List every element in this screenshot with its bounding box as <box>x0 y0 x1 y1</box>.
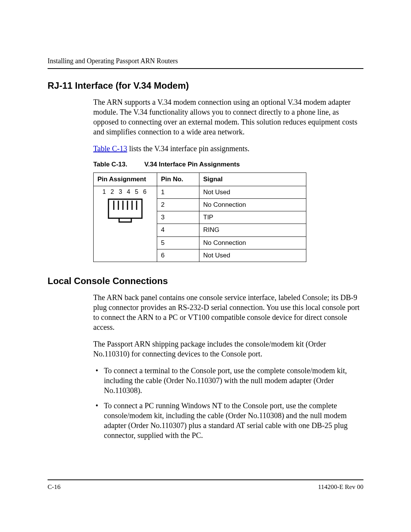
paragraph: Table C-13 lists the V.34 interface pin … <box>93 144 363 153</box>
table-caption-id: Table C-13. <box>93 161 127 168</box>
pin-assignment-table: Pin Assignment Pin No. Signal 1 2 3 4 5 … <box>93 173 306 262</box>
cell-pin-no: 4 <box>157 224 199 236</box>
pin-number-labels: 1 2 3 4 5 6 <box>97 188 153 196</box>
section-heading-local-console: Local Console Connections <box>48 276 363 286</box>
running-header: Installing and Operating Passport ARN Ro… <box>48 57 363 65</box>
list-item: To connect a terminal to the Console por… <box>93 366 363 395</box>
cell-pin-no: 3 <box>157 211 199 224</box>
section-heading-rj11: RJ-11 Interface (for V.34 Modem) <box>48 80 363 91</box>
doc-revision: 114200-E Rev 00 <box>318 483 363 491</box>
rj11-jack-icon <box>106 197 144 224</box>
paragraph: The ARN back panel contains one console … <box>93 292 363 332</box>
page-number: C-16 <box>48 483 61 491</box>
paragraph: The ARN supports a V.34 modem connection… <box>93 97 363 137</box>
cell-pin-no: 2 <box>157 199 199 211</box>
cell-pin-no: 1 <box>157 186 199 199</box>
pin-diagram-cell: 1 2 3 4 5 6 <box>94 186 157 262</box>
cell-signal: RING <box>199 224 306 236</box>
cell-signal: Not Used <box>199 186 306 199</box>
cell-signal: TIP <box>199 211 306 224</box>
list-item: To connect a PC running Windows NT to th… <box>93 401 363 440</box>
footer-rule <box>48 479 363 480</box>
cell-pin-no: 5 <box>157 236 199 249</box>
bullet-list: To connect a terminal to the Console por… <box>93 366 363 440</box>
page-footer: C-16 114200-E Rev 00 <box>48 479 363 491</box>
table-caption-title: V.34 Interface Pin Assignments <box>144 161 240 168</box>
table-row: 1 2 3 4 5 6 1 Not Used <box>94 186 306 199</box>
col-header-pin-no: Pin No. <box>157 173 199 186</box>
table-xref-link[interactable]: Table C-13 <box>93 144 127 153</box>
cell-signal: No Connection <box>199 236 306 249</box>
table-caption: Table C-13. V.34 Interface Pin Assignmen… <box>93 160 363 169</box>
table-header-row: Pin Assignment Pin No. Signal <box>94 173 306 186</box>
header-rule <box>48 68 363 69</box>
paragraph: The Passport ARN shipping package includ… <box>93 339 363 359</box>
cell-pin-no: 6 <box>157 249 199 262</box>
cell-signal: Not Used <box>199 249 306 262</box>
cell-signal: No Connection <box>199 199 306 211</box>
paragraph-text: lists the V.34 interface pin assignments… <box>127 144 249 153</box>
col-header-signal: Signal <box>199 173 306 186</box>
col-header-pin-assignment: Pin Assignment <box>94 173 157 186</box>
